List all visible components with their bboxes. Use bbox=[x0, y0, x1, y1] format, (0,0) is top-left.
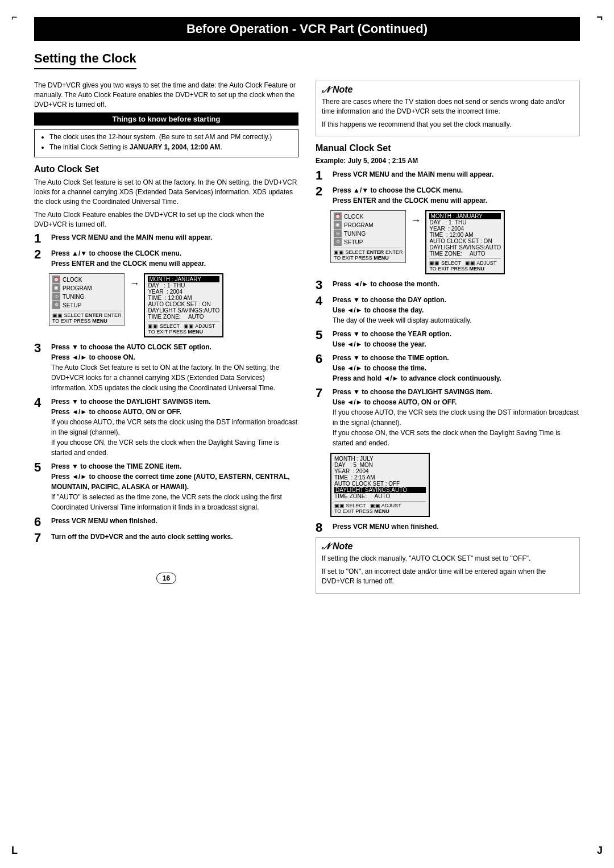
auto-step-2-bold1: Press ▲/▼ to choose the CLOCK menu. bbox=[51, 249, 181, 257]
things-item-1: The clock uses the 12-hour system. (Be s… bbox=[49, 133, 292, 141]
auto-step-5: 5 Press ▼ to choose the TIME ZONE item. … bbox=[34, 461, 298, 512]
manual-step-5-bold1: Press ▼ to choose the YEAR option. bbox=[333, 330, 451, 338]
screen-footer: ▣▣ SELECT ▣▣ ADJUSTTO EXIT PRESS MENU bbox=[334, 501, 426, 514]
auto-step-2-num: 2 bbox=[34, 248, 49, 261]
note-bottom-right: 𝒩 Note If setting the clock manually, "A… bbox=[316, 537, 580, 593]
manual-step-8-content: Press VCR MENU when finished. bbox=[333, 521, 580, 532]
manual-step-4-bold1: Press ▼ to choose the DAY option. bbox=[333, 296, 446, 304]
manual-example: Example: July 5, 2004 ; 2:15 AM bbox=[316, 157, 580, 165]
things-box-title: Things to know before starting bbox=[34, 112, 298, 126]
manual-menu-tuning-label: TUNING bbox=[344, 231, 366, 237]
manual-clock-icon: ⏰ bbox=[334, 212, 342, 220]
page-header-text: Before Operation - VCR Part (Continued) bbox=[186, 22, 428, 36]
auto-clock-title: Auto Clock Set bbox=[34, 164, 298, 174]
auto-step-1: 1 Press VCR MENU and the MAIN menu will … bbox=[34, 232, 298, 245]
manual-tuning-icon: ◎ bbox=[334, 229, 342, 237]
menu-program-label: PROGRAM bbox=[63, 285, 92, 291]
manual-step-2-content: Press ▲/▼ to choose the CLOCK menu. Pres… bbox=[333, 185, 580, 206]
manual-step-7-text1: If you choose AUTO, the VCR sets the clo… bbox=[333, 408, 579, 427]
manual-program-icon: ▣ bbox=[334, 221, 342, 229]
manual-menu-daylight: DAYLIGHT SAVINGS:AUTO bbox=[429, 244, 501, 251]
auto-step-4-bold2: Press ◄/► to choose AUTO, ON or OFF. bbox=[51, 408, 181, 416]
manual-step-3-bold: Press ◄/► to choose the month. bbox=[333, 280, 439, 288]
menu-tuning-label: TUNING bbox=[63, 294, 84, 300]
auto-step-3-bold1: Press ▼ to choose the AUTO CLOCK SET opt… bbox=[51, 343, 211, 351]
menu-clock-label: CLOCK bbox=[63, 277, 82, 283]
auto-step-2-content: Press ▲/▼ to choose the CLOCK menu. Pres… bbox=[51, 248, 298, 269]
corner-bottom-left: L bbox=[11, 845, 18, 857]
auto-menu-diagram: ⏰ CLOCK ▣ PROGRAM ◎ TUNING ⚙ SETUP ▣▣ SE… bbox=[49, 273, 298, 337]
manual-step-6-bold3: Press and hold ◄/► to advance clock cont… bbox=[333, 374, 501, 382]
manual-step-6-bold2: Use ◄/► to choose the time. bbox=[333, 364, 426, 372]
manual-step-1: 1 Press VCR MENU and the MAIN menu will … bbox=[316, 169, 580, 182]
note-top-right: 𝒩 Note There are cases where the TV stat… bbox=[316, 81, 580, 136]
menu-timezone: TIME ZONE: AUTO bbox=[148, 314, 219, 320]
auto-step-1-num: 1 bbox=[34, 232, 49, 245]
manual-step-7-bold1: Press ▼ to choose the DAYLIGHT SAVINGS i… bbox=[333, 388, 492, 396]
page-title: Setting the Clock bbox=[34, 51, 136, 69]
auto-step-3-text: The Auto Clock Set feature is set to ON … bbox=[51, 364, 279, 392]
manual-step-5-bold2: Use ◄/► to choose the year. bbox=[333, 340, 426, 348]
manual-menu-clock-label: CLOCK bbox=[344, 214, 363, 220]
manual-step-7: 7 Press ▼ to choose the DAYLIGHT SAVINGS… bbox=[316, 387, 580, 448]
manual-menu-year: YEAR : 2004 bbox=[429, 226, 501, 232]
manual-menu-program-label: PROGRAM bbox=[344, 222, 374, 228]
things-to-know-box: Things to know before starting The clock… bbox=[34, 112, 298, 157]
menu-time: TIME : 12:00 AM bbox=[148, 295, 219, 301]
manual-menu-left-footer: ▣▣ SELECT ENTER ENTERTO EXIT PRESS MENU bbox=[334, 248, 403, 261]
manual-menu-day: DAY : 1 THU bbox=[429, 219, 501, 226]
manual-step-7-text2: If you choose ON, the VCR sets the clock… bbox=[333, 429, 561, 447]
screen-month: MONTH : JULY bbox=[334, 456, 426, 462]
auto-clock-intro1: The Auto Clock Set feature is set to ON … bbox=[34, 178, 298, 206]
menu-year: YEAR : 2004 bbox=[148, 289, 219, 295]
note-bottom-title: 𝒩 Note bbox=[322, 541, 574, 552]
menu-month-highlight: MONTH : JANUARY bbox=[148, 276, 219, 282]
manual-step-2-num: 2 bbox=[316, 185, 330, 198]
auto-step-2: 2 Press ▲/▼ to choose the CLOCK menu. Pr… bbox=[34, 248, 298, 269]
auto-step-6: 6 Press VCR MENU when finished. bbox=[34, 516, 298, 528]
manual-step-3: 3 Press ◄/► to choose the month. bbox=[316, 279, 580, 291]
auto-step-4-num: 4 bbox=[34, 397, 49, 409]
setup-icon: ⚙ bbox=[52, 301, 60, 309]
corner-bottom-right: J bbox=[597, 845, 603, 857]
manual-step-6-bold1: Press ▼ to choose the TIME option. bbox=[333, 354, 449, 362]
manual-step-4: 4 Press ▼ to choose the DAY option. Use … bbox=[316, 295, 580, 326]
manual-setup-icon: ⚙ bbox=[334, 238, 342, 246]
menu-daylight: DAYLIGHT SAVINGS:AUTO bbox=[148, 307, 219, 314]
manual-menu-time: TIME : 12:00 AM bbox=[429, 232, 501, 238]
manual-menu-right-footer: ▣▣ SELECT ▣▣ ADJUSTTO EXIT PRESS MENU bbox=[429, 258, 501, 272]
manual-step-4-bold2: Use ◄/► to choose the day. bbox=[333, 306, 424, 314]
note-top-text2: If this happens we recommend that you se… bbox=[322, 120, 574, 130]
screen-auto-set: AUTO CLOCK SET : OFF bbox=[334, 481, 426, 487]
intro-text: The DVD+VCR gives you two ways to set th… bbox=[34, 81, 298, 109]
manual-step-8-num: 8 bbox=[316, 521, 330, 534]
auto-step-6-bold: Press VCR MENU when finished. bbox=[51, 517, 157, 525]
note-bottom-text2: If set to "ON", an incorrect date and/or… bbox=[322, 567, 574, 586]
auto-step-1-bold: Press VCR MENU and the MAIN menu will ap… bbox=[51, 233, 212, 241]
screen-daylight-highlight: DAYLIGHT SAVINGS:AUTO bbox=[334, 487, 426, 493]
manual-menu-setup-label: SETUP bbox=[344, 239, 363, 245]
screen-time: TIME : 2:15 AM bbox=[334, 474, 426, 481]
manual-step-7-num: 7 bbox=[316, 387, 330, 399]
manual-step-7-bold2: Use ◄/► to choose AUTO, ON or OFF. bbox=[333, 398, 457, 406]
manual-menu-month-highlight: MONTH : JANUARY bbox=[429, 213, 501, 219]
auto-clock-intro2: The Auto Clock Feature enables the DVD+V… bbox=[34, 210, 298, 229]
page-header: Before Operation - VCR Part (Continued) bbox=[34, 17, 580, 41]
auto-step-7-bold: Turn off the DVD+VCR and the auto clock … bbox=[51, 533, 233, 541]
screen-year: YEAR : 2004 bbox=[334, 468, 426, 474]
screen-day: DAY : 5 MON bbox=[334, 462, 426, 468]
auto-step-4-text1: If you choose AUTO, the VCR sets the clo… bbox=[51, 418, 297, 436]
manual-step-1-num: 1 bbox=[316, 169, 330, 182]
manual-screen-box: MONTH : JULY DAY : 5 MON YEAR : 2004 TIM… bbox=[330, 453, 430, 517]
manual-step-3-content: Press ◄/► to choose the month. bbox=[333, 279, 580, 289]
auto-step-5-content: Press ▼ to choose the TIME ZONE item. Pr… bbox=[51, 461, 298, 512]
auto-step-7: 7 Turn off the DVD+VCR and the auto cloc… bbox=[34, 532, 298, 544]
auto-menu-right-box: MONTH : JANUARY DAY : 1 THU YEAR : 2004 … bbox=[144, 273, 223, 337]
auto-menu-right-footer: ▣▣ SELECT ▣▣ ADJUSTTO EXIT PRESS MENU bbox=[148, 322, 219, 335]
manual-step-3-num: 3 bbox=[316, 279, 330, 291]
manual-step-5-num: 5 bbox=[316, 329, 330, 341]
auto-step-5-bold1: Press ▼ to choose the TIME ZONE item. bbox=[51, 462, 181, 470]
auto-step-2-bold2: Press ENTER and the CLOCK menu will appe… bbox=[51, 260, 206, 268]
menu-day: DAY : 1 THU bbox=[148, 282, 219, 289]
auto-menu-left-box: ⏰ CLOCK ▣ PROGRAM ◎ TUNING ⚙ SETUP ▣▣ SE… bbox=[49, 273, 125, 326]
